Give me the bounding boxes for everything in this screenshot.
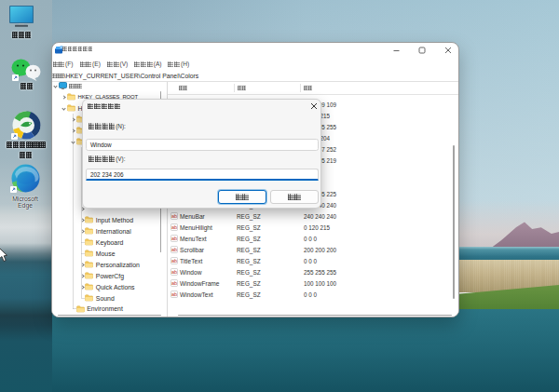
svg-text:ab: ab xyxy=(171,291,177,297)
svg-text:ab: ab xyxy=(171,280,177,286)
svg-text:ab: ab xyxy=(171,269,177,275)
svg-text:ab: ab xyxy=(171,258,177,264)
svg-text:ab: ab xyxy=(171,236,177,241)
svg-text:ab: ab xyxy=(171,247,177,252)
svg-text:ab: ab xyxy=(171,213,177,219)
svg-text:ab: ab xyxy=(171,224,177,230)
